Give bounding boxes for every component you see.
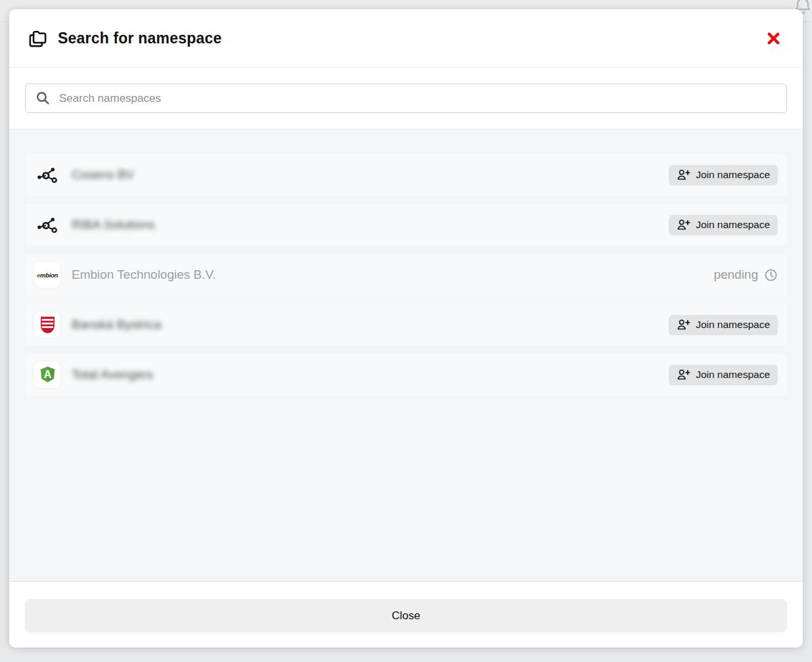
join-namespace-button[interactable]: Join namespace	[669, 215, 778, 235]
join-namespace-label: Join namespace	[696, 319, 770, 331]
modal-title: Search for namespace	[58, 30, 221, 47]
striped-shield-logo	[34, 312, 60, 338]
join-namespace-label: Join namespace	[696, 219, 770, 231]
namespace-row: Cosens BV Join namespace	[25, 154, 787, 196]
pending-label: pending	[713, 268, 758, 282]
join-namespace-label: Join namespace	[696, 169, 770, 181]
modal-header: Search for namespace	[9, 9, 803, 68]
close-modal-button[interactable]	[762, 27, 784, 49]
namespace-row: embion Embion Technologies B.V. pending	[25, 254, 787, 296]
person-add-icon	[677, 168, 690, 181]
join-namespace-button[interactable]: Join namespace	[669, 365, 778, 385]
join-namespace-label: Join namespace	[696, 369, 770, 381]
search-box[interactable]	[25, 83, 787, 113]
pending-status: pending	[713, 268, 778, 282]
search-section	[9, 68, 803, 129]
namespace-name: Cosens BV	[72, 168, 134, 182]
person-add-icon	[677, 318, 690, 331]
namespace-name: RIBA Solutions	[72, 218, 155, 232]
close-button[interactable]: Close	[25, 599, 787, 632]
namespace-name: Embion Technologies B.V.	[72, 268, 216, 282]
namespace-list: Cosens BV Join namespace	[9, 129, 803, 581]
green-hexagon-logo: A	[34, 362, 60, 388]
close-x-icon	[766, 31, 781, 46]
namespace-row: A Total Avengers Join namespace	[25, 354, 787, 396]
namespace-row: RIBA Solutions Join namespace	[25, 204, 787, 246]
namespace-row: Banská Bystrica Join namespace	[25, 304, 787, 346]
search-namespace-modal: Search for namespace	[9, 9, 803, 648]
search-icon	[35, 90, 51, 106]
embion-wordmark: embion	[37, 272, 58, 279]
person-add-icon	[677, 218, 690, 231]
namespace-name: Banská Bystrica	[72, 318, 161, 332]
modal-footer: Close	[9, 581, 803, 648]
search-input[interactable]	[59, 92, 777, 105]
embion-logo: embion	[34, 262, 60, 288]
hub-icon	[34, 212, 60, 238]
join-namespace-button[interactable]: Join namespace	[669, 315, 778, 335]
folders-icon	[28, 28, 48, 49]
svg-text:A: A	[43, 368, 51, 380]
namespace-name: Total Avengers	[72, 367, 153, 382]
hub-icon	[34, 162, 60, 188]
join-namespace-button[interactable]: Join namespace	[669, 165, 778, 185]
clock-icon	[764, 268, 778, 282]
person-add-icon	[677, 368, 690, 381]
